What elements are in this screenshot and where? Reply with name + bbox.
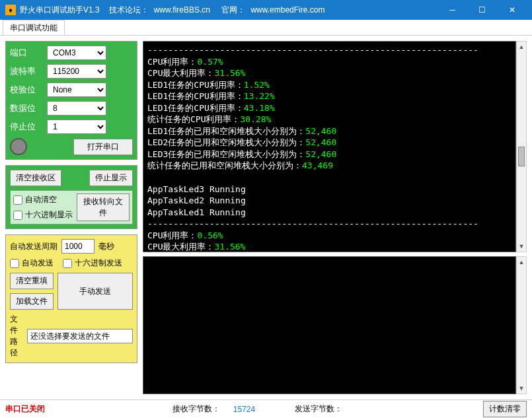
scroll-up-icon[interactable]: ▲: [517, 257, 526, 267]
port-label: 端口: [10, 47, 43, 59]
stop-label: 停止位: [10, 121, 43, 133]
app-title: 野火串口调试助手V1.3: [20, 5, 100, 16]
scroll-down-icon[interactable]: ▼: [517, 241, 526, 252]
period-input[interactable]: [61, 239, 95, 254]
minimize-button[interactable]: ─: [437, 0, 467, 20]
app-icon: ♦: [5, 5, 16, 15]
send-scrollbar[interactable]: ▲ ▼: [516, 256, 527, 394]
stop-display-button[interactable]: 停止显示: [89, 170, 133, 186]
hex-send-checkbox[interactable]: 十六进制发送: [63, 258, 122, 269]
clear-refill-button[interactable]: 清空重填: [10, 273, 54, 289]
site-link[interactable]: www.embedFire.com: [250, 5, 324, 15]
reset-count-button[interactable]: 计数清零: [483, 401, 527, 417]
open-port-button[interactable]: 打开串口: [73, 139, 133, 155]
load-file-button[interactable]: 加载文件: [10, 293, 54, 310]
rx-label: 接收字节数：: [172, 403, 220, 415]
receive-scrollbar[interactable]: ▲ ▼: [516, 41, 527, 252]
tx-label: 发送字节数：: [295, 403, 342, 415]
file-path-label: 文件路径: [10, 314, 23, 359]
manual-send-button[interactable]: 手动发送: [57, 273, 133, 310]
titlebar-links: 技术论坛：www.fireBBS.cn 官网：www.embedFire.com: [106, 5, 328, 16]
send-control-panel: 自动发送周期 毫秒 自动发送 十六进制发送 清空重填 加载文件 手动发送 文件路…: [5, 234, 137, 363]
titlebar: ♦ 野火串口调试助手V1.3 技术论坛：www.fireBBS.cn 官网：ww…: [0, 0, 532, 20]
scroll-up-icon[interactable]: ▲: [517, 42, 526, 52]
stop-select[interactable]: 1: [47, 120, 106, 134]
receive-control-panel: 清空接收区 停止显示 自动清空 十六进制显示 接收转向文件: [5, 165, 137, 229]
file-path-input[interactable]: [27, 329, 133, 343]
data-select[interactable]: 8: [47, 101, 106, 116]
send-terminal[interactable]: [143, 256, 516, 394]
forum-link[interactable]: www.fireBBS.cn: [154, 5, 210, 15]
scroll-thumb[interactable]: [518, 147, 525, 166]
auto-clear-checkbox[interactable]: 自动清空: [13, 194, 73, 205]
scroll-down-icon[interactable]: ▼: [517, 383, 526, 394]
baud-label: 波特率: [10, 65, 43, 77]
tab-serial-debug[interactable]: 串口调试功能: [3, 20, 65, 35]
maximize-button[interactable]: ☐: [467, 0, 497, 20]
rx-value: 15724: [233, 405, 255, 414]
auto-send-checkbox[interactable]: 自动发送: [10, 258, 54, 269]
statusbar: 串口已关闭 接收字节数： 15724 发送字节数： 计数清零: [0, 400, 532, 418]
tabbar: 串口调试功能: [0, 20, 532, 36]
data-label: 数据位: [10, 102, 43, 114]
parity-label: 校验位: [10, 84, 43, 96]
period-unit: 毫秒: [98, 241, 114, 252]
receive-to-file-button[interactable]: 接收转向文件: [77, 193, 130, 221]
hex-display-checkbox[interactable]: 十六进制显示: [13, 209, 73, 221]
port-state: 串口已关闭: [5, 403, 45, 415]
close-button[interactable]: ✕: [497, 0, 527, 20]
clear-receive-button[interactable]: 清空接收区: [10, 170, 61, 186]
port-select[interactable]: COM3: [47, 46, 106, 60]
serial-config-panel: 端口 COM3 波特率 115200 校验位 None 数据位 8 停止位 1 …: [5, 41, 137, 160]
status-indicator-icon: [10, 138, 27, 155]
period-label: 自动发送周期: [10, 241, 57, 252]
receive-terminal[interactable]: ----------------------------------------…: [143, 41, 516, 252]
parity-select[interactable]: None: [47, 83, 106, 97]
baud-select[interactable]: 115200: [47, 64, 106, 79]
